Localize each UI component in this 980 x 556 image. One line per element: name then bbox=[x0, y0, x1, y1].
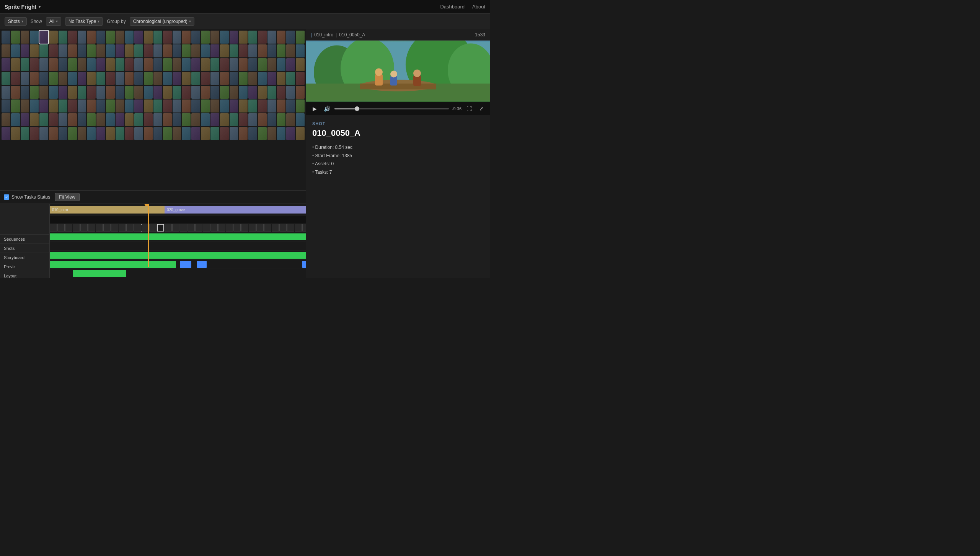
thumbnail-item[interactable] bbox=[258, 86, 267, 99]
thumbnail-item[interactable] bbox=[191, 44, 200, 57]
thumbnail-item[interactable] bbox=[68, 31, 77, 44]
thumbnail-item[interactable] bbox=[96, 44, 105, 57]
thumbnail-item[interactable] bbox=[49, 99, 58, 113]
thumbnail-item[interactable] bbox=[11, 86, 20, 99]
thumbnail-item[interactable] bbox=[87, 127, 96, 140]
thumbnail-item[interactable] bbox=[39, 58, 48, 71]
thumbnail-item[interactable] bbox=[182, 31, 191, 44]
thumbnail-item[interactable] bbox=[96, 31, 105, 44]
thumbnail-item[interactable] bbox=[49, 113, 58, 126]
thumbnail-item[interactable] bbox=[39, 86, 48, 99]
thumbnail-item[interactable] bbox=[11, 58, 20, 71]
thumbnail-item[interactable] bbox=[68, 127, 77, 140]
thumbnail-item[interactable] bbox=[2, 113, 10, 126]
shot-block[interactable] bbox=[50, 224, 57, 232]
thumbnail-item[interactable] bbox=[230, 99, 238, 113]
shot-block[interactable] bbox=[241, 224, 248, 232]
thumbnail-item[interactable] bbox=[248, 127, 257, 140]
thumbnail-item[interactable] bbox=[68, 86, 77, 99]
thumbnail-item[interactable] bbox=[21, 127, 29, 140]
shot-block[interactable] bbox=[111, 224, 118, 232]
thumbnail-item[interactable] bbox=[11, 31, 20, 44]
thumbnail-item[interactable] bbox=[182, 127, 191, 140]
thumbnail-item[interactable] bbox=[125, 113, 134, 126]
thumbnail-item[interactable] bbox=[286, 72, 295, 85]
thumbnail-item[interactable] bbox=[49, 86, 58, 99]
thumbnail-item[interactable] bbox=[2, 31, 10, 44]
thumbnail-item[interactable] bbox=[220, 127, 229, 140]
thumbnail-item[interactable] bbox=[201, 99, 210, 113]
thumbnail-item[interactable] bbox=[163, 72, 172, 85]
thumbnail-item[interactable] bbox=[173, 31, 181, 44]
thumbnail-item[interactable] bbox=[191, 86, 200, 99]
thumbnail-item[interactable] bbox=[258, 99, 267, 113]
shot-block[interactable] bbox=[157, 224, 164, 232]
thumbnail-item[interactable] bbox=[248, 58, 257, 71]
thumbnail-item[interactable] bbox=[39, 99, 48, 113]
shot-block[interactable] bbox=[226, 224, 233, 232]
thumbnail-item[interactable] bbox=[11, 72, 20, 85]
thumbnail-item[interactable] bbox=[78, 44, 86, 57]
thumbnail-item[interactable] bbox=[134, 72, 143, 85]
thumbnail-item[interactable] bbox=[2, 99, 10, 113]
thumbnail-item[interactable] bbox=[30, 72, 39, 85]
thumbnail-item[interactable] bbox=[11, 44, 20, 57]
shot-block[interactable] bbox=[57, 224, 65, 232]
thumbnail-item[interactable] bbox=[49, 72, 58, 85]
thumbnail-item[interactable] bbox=[210, 72, 219, 85]
thumbnail-item[interactable] bbox=[173, 44, 181, 57]
thumbnail-item[interactable] bbox=[30, 113, 39, 126]
thumbnail-item[interactable] bbox=[96, 127, 105, 140]
thumbnail-item[interactable] bbox=[11, 99, 20, 113]
thumbnail-item[interactable] bbox=[296, 58, 305, 71]
thumbnail-item[interactable] bbox=[220, 44, 229, 57]
thumbnail-item[interactable] bbox=[21, 86, 29, 99]
thumbnail-item[interactable] bbox=[201, 127, 210, 140]
thumbnail-item[interactable] bbox=[116, 113, 124, 126]
thumbnail-item[interactable] bbox=[116, 58, 124, 71]
thumbnail-item[interactable] bbox=[239, 31, 248, 44]
thumbnail-item[interactable] bbox=[182, 58, 191, 71]
thumbnail-item[interactable] bbox=[267, 99, 276, 113]
shot-block[interactable] bbox=[264, 224, 271, 232]
shot-block[interactable] bbox=[295, 224, 302, 232]
thumbnail-item[interactable] bbox=[144, 44, 153, 57]
thumbnail-item[interactable] bbox=[125, 58, 134, 71]
thumbnail-item[interactable] bbox=[173, 72, 181, 85]
thumbnail-item[interactable] bbox=[134, 86, 143, 99]
nav-dashboard[interactable]: Dashboard bbox=[440, 4, 465, 10]
thumbnail-item[interactable] bbox=[134, 31, 143, 44]
thumbnail-item[interactable] bbox=[125, 86, 134, 99]
thumbnail-item[interactable] bbox=[68, 99, 77, 113]
thumbnail-item[interactable] bbox=[125, 99, 134, 113]
thumbnail-item[interactable] bbox=[230, 127, 238, 140]
thumbnail-item[interactable] bbox=[134, 58, 143, 71]
thumbnail-item[interactable] bbox=[78, 99, 86, 113]
thumbnail-item[interactable] bbox=[144, 31, 153, 44]
thumbnail-item[interactable] bbox=[106, 86, 115, 99]
thumbnail-item[interactable] bbox=[125, 31, 134, 44]
thumbnail-item[interactable] bbox=[68, 58, 77, 71]
thumbnail-item[interactable] bbox=[296, 86, 305, 99]
thumbnail-item[interactable] bbox=[239, 113, 248, 126]
thumbnail-item[interactable] bbox=[11, 113, 20, 126]
thumbnail-item[interactable] bbox=[153, 72, 162, 85]
thumbnail-item[interactable] bbox=[87, 99, 96, 113]
thumbnail-item[interactable] bbox=[163, 113, 172, 126]
thumbnail-item[interactable] bbox=[163, 127, 172, 140]
thumbnail-item[interactable] bbox=[201, 58, 210, 71]
thumbnail-item[interactable] bbox=[59, 113, 67, 126]
thumbnail-item[interactable] bbox=[116, 86, 124, 99]
thumbnail-item[interactable] bbox=[21, 58, 29, 71]
thumbnail-item[interactable] bbox=[125, 44, 134, 57]
thumbnail-item[interactable] bbox=[30, 127, 39, 140]
thumbnail-item[interactable] bbox=[116, 44, 124, 57]
progress-bar[interactable] bbox=[334, 108, 449, 109]
thumbnail-item[interactable] bbox=[182, 86, 191, 99]
thumbnail-item[interactable] bbox=[163, 31, 172, 44]
thumbnail-item[interactable] bbox=[163, 86, 172, 99]
thumbnail-item[interactable] bbox=[59, 44, 67, 57]
thumbnail-item[interactable] bbox=[286, 31, 295, 44]
thumbnail-item[interactable] bbox=[106, 44, 115, 57]
thumbnail-item[interactable] bbox=[87, 72, 96, 85]
